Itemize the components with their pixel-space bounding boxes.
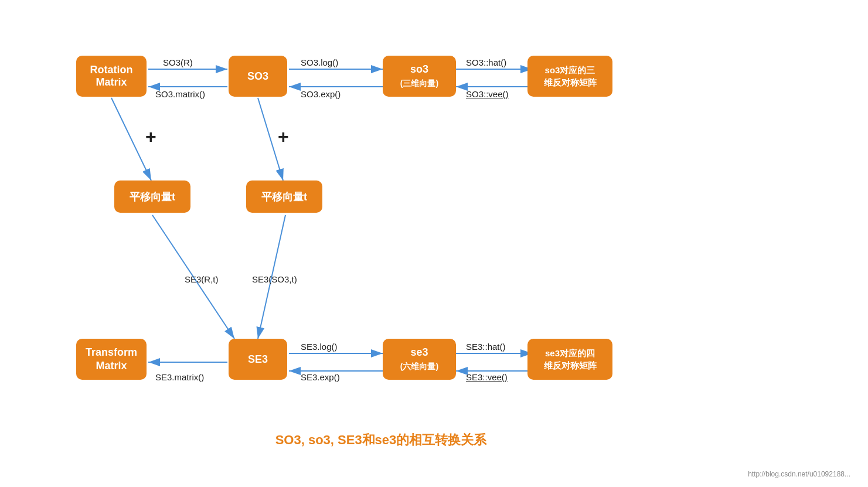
se3-vector-node: se3(六维向量) [383, 339, 456, 380]
plus-symbol-2: + [278, 126, 289, 148]
rotation-matrix-label: Rotation Matrix [83, 64, 139, 88]
label-se3so3t: SE3(SO3,t) [252, 274, 297, 284]
label-se3rt: SE3(R,t) [185, 274, 219, 284]
translation-vector-2-node: 平移向量t [246, 181, 322, 213]
so3-vector-label: so3(三维向量) [400, 63, 438, 90]
se3-node: SE3 [229, 339, 287, 380]
label-so3log: SO3.log() [301, 57, 338, 67]
so3-anti-label: so3对应的三维反对称矩阵 [544, 64, 597, 88]
so3-label: SO3 [247, 70, 268, 83]
translation-vector-1-node: 平移向量t [114, 181, 190, 213]
url-label: http://blog.csdn.net/u01092188... [748, 470, 850, 478]
se3-vector-label: se3(六维向量) [400, 346, 438, 373]
se3-anti-label: se3对应的四维反对称矩阵 [544, 347, 597, 372]
bottom-caption: SO3, so3, SE3和se3的相互转换关系 [205, 431, 557, 449]
label-so3exp: SO3.exp() [301, 89, 341, 99]
label-so3matrix: SO3.matrix() [155, 89, 205, 99]
translation-vector-2-label: 平移向量t [261, 190, 307, 204]
label-so3r: SO3(R) [163, 57, 193, 67]
transform-matrix-label: TransformMatrix [86, 346, 137, 373]
label-se3matrix: SE3.matrix() [155, 372, 204, 382]
transform-matrix-node: TransformMatrix [76, 339, 147, 380]
so3-vector-node: so3(三维向量) [383, 56, 456, 97]
so3-anti-node: so3对应的三维反对称矩阵 [527, 56, 612, 97]
plus-symbol-1: + [145, 126, 156, 148]
so3-node: SO3 [229, 56, 287, 97]
label-so3hat: SO3::hat() [466, 57, 506, 67]
label-so3vee: SO3::vee() [466, 89, 509, 99]
translation-vector-1-label: 平移向量t [130, 190, 175, 204]
label-se3exp: SE3.exp() [301, 372, 340, 382]
se3-label: SE3 [248, 353, 268, 366]
diagram: Rotation Matrix SO3 so3(三维向量) so3对应的三维反对… [0, 0, 868, 487]
rotation-matrix-node: Rotation Matrix [76, 56, 147, 97]
label-se3log: SE3.log() [301, 342, 338, 352]
se3-anti-node: se3对应的四维反对称矩阵 [527, 339, 612, 380]
label-se3vee: SE3::vee() [466, 372, 508, 382]
label-se3hat: SE3::hat() [466, 342, 506, 352]
